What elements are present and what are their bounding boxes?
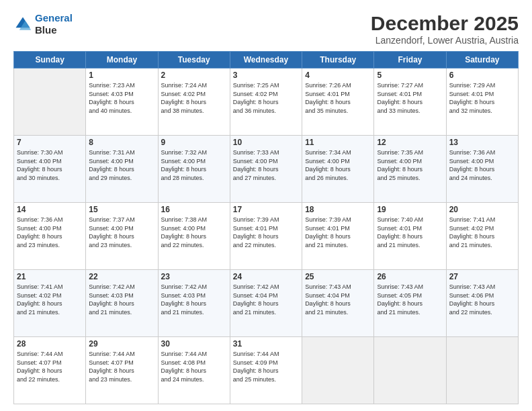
- calendar-cell: 6Sunrise: 7:29 AMSunset: 4:01 PMDaylight…: [446, 68, 518, 136]
- calendar-cell: [374, 337, 446, 404]
- day-number: 25: [305, 272, 371, 281]
- logo: General Blue: [13, 12, 73, 36]
- calendar-cell: 1Sunrise: 7:23 AMSunset: 4:03 PMDaylight…: [86, 68, 158, 136]
- cell-info: Sunrise: 7:31 AMSunset: 4:00 PMDaylight:…: [89, 148, 154, 182]
- day-number: 13: [449, 138, 515, 147]
- cell-info: Sunrise: 7:43 AMSunset: 4:06 PMDaylight:…: [449, 283, 515, 316]
- day-number: 28: [17, 339, 83, 349]
- day-number: 11: [305, 138, 371, 147]
- calendar-cell: 7Sunrise: 7:30 AMSunset: 4:00 PMDaylight…: [14, 136, 86, 203]
- cell-info: Sunrise: 7:29 AMSunset: 4:01 PMDaylight:…: [449, 81, 515, 115]
- calendar-cell: 5Sunrise: 7:27 AMSunset: 4:01 PMDaylight…: [374, 68, 446, 136]
- day-header-tuesday: Tuesday: [158, 52, 230, 68]
- day-number: 10: [233, 138, 299, 147]
- calendar-cell: 25Sunrise: 7:43 AMSunset: 4:04 PMDayligh…: [302, 270, 374, 337]
- title-block: December 2025 Lanzendorf, Lower Austria,…: [371, 12, 519, 46]
- calendar-table: SundayMondayTuesdayWednesdayThursdayFrid…: [13, 51, 519, 404]
- day-number: 26: [377, 272, 443, 281]
- cell-info: Sunrise: 7:33 AMSunset: 4:00 PMDaylight:…: [233, 148, 299, 182]
- cell-info: Sunrise: 7:42 AMSunset: 4:03 PMDaylight:…: [161, 283, 227, 316]
- day-number: 8: [89, 138, 154, 147]
- week-row-4: 28Sunrise: 7:44 AMSunset: 4:07 PMDayligh…: [14, 337, 519, 404]
- calendar-cell: 22Sunrise: 7:42 AMSunset: 4:03 PMDayligh…: [86, 270, 158, 337]
- day-number: 19: [377, 205, 443, 214]
- cell-info: Sunrise: 7:35 AMSunset: 4:00 PMDaylight:…: [377, 148, 443, 182]
- day-number: 3: [233, 71, 299, 80]
- cell-info: Sunrise: 7:40 AMSunset: 4:01 PMDaylight:…: [377, 216, 443, 249]
- header: General Blue December 2025 Lanzendorf, L…: [13, 12, 519, 46]
- cell-info: Sunrise: 7:36 AMSunset: 4:00 PMDaylight:…: [17, 216, 83, 249]
- week-row-3: 21Sunrise: 7:41 AMSunset: 4:02 PMDayligh…: [14, 270, 519, 337]
- cell-info: Sunrise: 7:43 AMSunset: 4:05 PMDaylight:…: [377, 283, 443, 316]
- week-row-2: 14Sunrise: 7:36 AMSunset: 4:00 PMDayligh…: [14, 203, 519, 270]
- day-number: 6: [449, 71, 515, 80]
- cell-info: Sunrise: 7:32 AMSunset: 4:00 PMDaylight:…: [161, 148, 227, 182]
- logo-line1: General: [35, 12, 73, 24]
- day-number: 9: [161, 138, 227, 147]
- day-number: 5: [377, 71, 443, 80]
- calendar-cell: 2Sunrise: 7:24 AMSunset: 4:02 PMDaylight…: [158, 68, 230, 136]
- cell-info: Sunrise: 7:36 AMSunset: 4:00 PMDaylight:…: [449, 148, 515, 182]
- cell-info: Sunrise: 7:43 AMSunset: 4:04 PMDaylight:…: [305, 283, 371, 316]
- calendar-cell: 13Sunrise: 7:36 AMSunset: 4:00 PMDayligh…: [446, 136, 518, 203]
- calendar-cell: 23Sunrise: 7:42 AMSunset: 4:03 PMDayligh…: [158, 270, 230, 337]
- location-title: Lanzendorf, Lower Austria, Austria: [371, 35, 519, 46]
- month-title: December 2025: [371, 12, 519, 35]
- calendar-cell: [446, 337, 518, 404]
- day-number: 31: [233, 339, 299, 349]
- day-number: 7: [17, 138, 83, 147]
- week-row-0: 1Sunrise: 7:23 AMSunset: 4:03 PMDaylight…: [14, 68, 519, 136]
- calendar-cell: 28Sunrise: 7:44 AMSunset: 4:07 PMDayligh…: [14, 337, 86, 404]
- calendar-cell: 24Sunrise: 7:42 AMSunset: 4:04 PMDayligh…: [230, 270, 302, 337]
- day-number: 24: [233, 272, 299, 281]
- cell-info: Sunrise: 7:39 AMSunset: 4:01 PMDaylight:…: [233, 216, 299, 249]
- cell-info: Sunrise: 7:42 AMSunset: 4:04 PMDaylight:…: [233, 283, 299, 316]
- day-number: 20: [449, 205, 515, 214]
- cell-info: Sunrise: 7:34 AMSunset: 4:00 PMDaylight:…: [305, 148, 371, 182]
- cell-info: Sunrise: 7:39 AMSunset: 4:01 PMDaylight:…: [305, 216, 371, 249]
- calendar-cell: [14, 68, 86, 136]
- calendar-cell: 15Sunrise: 7:37 AMSunset: 4:00 PMDayligh…: [86, 203, 158, 270]
- cell-info: Sunrise: 7:30 AMSunset: 4:00 PMDaylight:…: [17, 148, 83, 182]
- cell-info: Sunrise: 7:38 AMSunset: 4:00 PMDaylight:…: [161, 216, 227, 249]
- cell-info: Sunrise: 7:41 AMSunset: 4:02 PMDaylight:…: [17, 283, 83, 316]
- cell-info: Sunrise: 7:44 AMSunset: 4:08 PMDaylight:…: [161, 350, 227, 383]
- day-number: 12: [377, 138, 443, 147]
- logo-icon: [13, 15, 32, 34]
- day-number: 16: [161, 205, 227, 214]
- calendar-cell: 16Sunrise: 7:38 AMSunset: 4:00 PMDayligh…: [158, 203, 230, 270]
- day-number: 17: [233, 205, 299, 214]
- cell-info: Sunrise: 7:25 AMSunset: 4:02 PMDaylight:…: [233, 81, 299, 115]
- day-number: 2: [161, 71, 227, 80]
- calendar-cell: 17Sunrise: 7:39 AMSunset: 4:01 PMDayligh…: [230, 203, 302, 270]
- calendar-cell: 10Sunrise: 7:33 AMSunset: 4:00 PMDayligh…: [230, 136, 302, 203]
- logo-line2: Blue: [35, 24, 73, 36]
- logo-text: General Blue: [35, 12, 73, 36]
- day-header-saturday: Saturday: [446, 52, 518, 68]
- calendar-cell: [302, 337, 374, 404]
- day-number: 21: [17, 272, 83, 281]
- calendar-cell: 14Sunrise: 7:36 AMSunset: 4:00 PMDayligh…: [14, 203, 86, 270]
- calendar-cell: 18Sunrise: 7:39 AMSunset: 4:01 PMDayligh…: [302, 203, 374, 270]
- page: General Blue December 2025 Lanzendorf, L…: [0, 0, 532, 411]
- cell-info: Sunrise: 7:37 AMSunset: 4:00 PMDaylight:…: [89, 216, 154, 249]
- calendar-cell: 21Sunrise: 7:41 AMSunset: 4:02 PMDayligh…: [14, 270, 86, 337]
- calendar-cell: 27Sunrise: 7:43 AMSunset: 4:06 PMDayligh…: [446, 270, 518, 337]
- cell-info: Sunrise: 7:27 AMSunset: 4:01 PMDaylight:…: [377, 81, 443, 115]
- day-header-thursday: Thursday: [302, 52, 374, 68]
- week-row-1: 7Sunrise: 7:30 AMSunset: 4:00 PMDaylight…: [14, 136, 519, 203]
- calendar-cell: 9Sunrise: 7:32 AMSunset: 4:00 PMDaylight…: [158, 136, 230, 203]
- day-number: 29: [89, 339, 154, 349]
- day-number: 22: [89, 272, 154, 281]
- cell-info: Sunrise: 7:44 AMSunset: 4:07 PMDaylight:…: [17, 350, 83, 383]
- calendar-cell: 26Sunrise: 7:43 AMSunset: 4:05 PMDayligh…: [374, 270, 446, 337]
- cell-info: Sunrise: 7:41 AMSunset: 4:02 PMDaylight:…: [449, 216, 515, 249]
- cell-info: Sunrise: 7:44 AMSunset: 4:07 PMDaylight:…: [89, 350, 154, 383]
- cell-info: Sunrise: 7:42 AMSunset: 4:03 PMDaylight:…: [89, 283, 154, 316]
- header-row: SundayMondayTuesdayWednesdayThursdayFrid…: [14, 52, 519, 68]
- calendar-cell: 20Sunrise: 7:41 AMSunset: 4:02 PMDayligh…: [446, 203, 518, 270]
- calendar-cell: 30Sunrise: 7:44 AMSunset: 4:08 PMDayligh…: [158, 337, 230, 404]
- day-number: 14: [17, 205, 83, 214]
- calendar-cell: 3Sunrise: 7:25 AMSunset: 4:02 PMDaylight…: [230, 68, 302, 136]
- calendar-cell: 8Sunrise: 7:31 AMSunset: 4:00 PMDaylight…: [86, 136, 158, 203]
